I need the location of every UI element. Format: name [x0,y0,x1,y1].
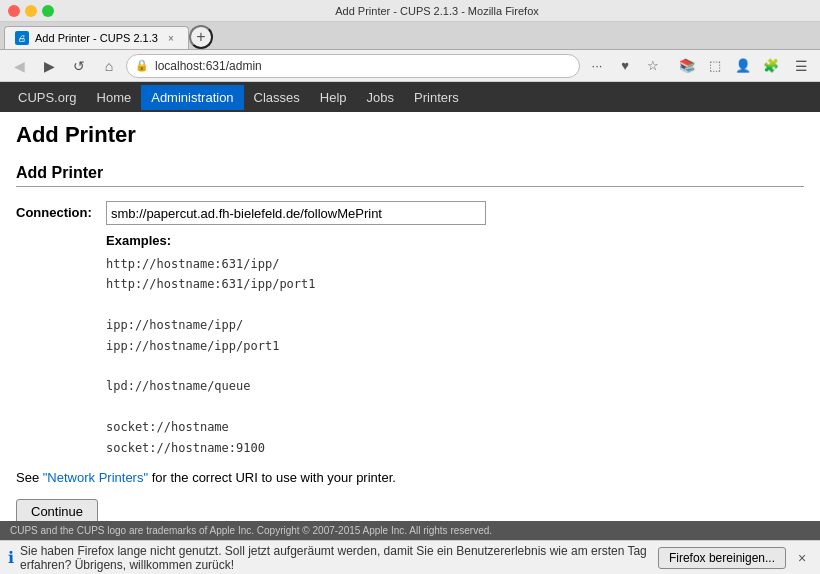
page-footer: CUPS and the CUPS logo are trademarks of… [0,521,820,540]
note-suffix: for the correct URI to use with your pri… [148,470,396,485]
tab-bar: 🖨 Add Printer - CUPS 2.1.3 × + [0,22,820,50]
library-button[interactable]: 📚 [674,53,700,79]
window-title: Add Printer - CUPS 2.1.3 - Mozilla Firef… [62,5,812,17]
active-tab[interactable]: 🖨 Add Printer - CUPS 2.1.3 × [4,26,189,49]
nav-item-help[interactable]: Help [310,85,357,110]
connection-label: Connection: [16,201,106,220]
new-tab-button[interactable]: + [189,25,213,49]
address-bar[interactable]: 🔒 localhost:631/admin [126,54,580,78]
maximize-button[interactable] [42,5,54,17]
notification-bar: ℹ Sie haben Firefox lange nicht genutzt.… [0,540,820,574]
notification-icon: ℹ [8,548,14,567]
back-button[interactable]: ◀ [6,53,32,79]
hamburger-menu-button[interactable]: ☰ [788,53,814,79]
network-printers-link[interactable]: "Network Printers" [43,470,148,485]
address-text: localhost:631/admin [155,59,262,73]
connection-input[interactable] [106,201,486,225]
extensions-button[interactable]: 🧩 [758,53,784,79]
examples-code: http://hostname:631/ipp/ http://hostname… [106,254,804,458]
tab-close-button[interactable]: × [164,31,178,45]
titlebar: Add Printer - CUPS 2.1.3 - Mozilla Firef… [0,0,820,22]
page-title: Add Printer [16,122,804,148]
notification-close-button[interactable]: × [792,548,812,568]
synced-tabs-button[interactable]: ⬚ [702,53,728,79]
example-line-2: http://hostname:631/ipp/port1 [106,274,804,294]
nav-actions: ··· ♥ ☆ [584,53,666,79]
example-line-1: http://hostname:631/ipp/ [106,254,804,274]
example-line-6: socket://hostname [106,417,804,437]
example-line-5: lpd://hostname/queue [106,376,804,396]
example-line-4: ipp://hostname/ipp/port1 [106,336,804,356]
reader-icon[interactable]: ♥ [612,53,638,79]
home-button[interactable]: ⌂ [96,53,122,79]
tab-label: Add Printer - CUPS 2.1.3 [35,32,158,44]
note-prefix: See [16,470,43,485]
nav-item-printers[interactable]: Printers [404,85,469,110]
forward-button[interactable]: ▶ [36,53,62,79]
example-line-3: ipp://hostname/ipp/ [106,315,804,335]
note-text: See "Network Printers" for the correct U… [16,470,804,485]
notification-text: Sie haben Firefox lange nicht genutzt. S… [20,544,652,572]
examples-label: Examples: [106,233,171,248]
nav-item-administration[interactable]: Administration [141,85,243,110]
nav-item-classes[interactable]: Classes [244,85,310,110]
toolbar-icons: 📚 ⬚ 👤 🧩 [674,53,784,79]
section-title: Add Printer [16,164,804,187]
main-content: Add Printer Add Printer Connection: Exam… [0,112,820,534]
bookmark-button[interactable]: ☆ [640,53,666,79]
close-button[interactable] [8,5,20,17]
account-button[interactable]: 👤 [730,53,756,79]
lock-icon: 🔒 [135,59,149,72]
example-line-7: socket://hostname:9100 [106,438,804,458]
examples-block: Examples: http://hostname:631/ipp/ http:… [106,233,804,458]
nav-item-cups-org[interactable]: CUPS.org [8,85,87,110]
cups-navigation: CUPS.org Home Administration Classes Hel… [0,82,820,112]
reload-button[interactable]: ↺ [66,53,92,79]
footer-text: CUPS and the CUPS logo are trademarks of… [10,525,492,536]
nav-item-home[interactable]: Home [87,85,142,110]
tab-favicon: 🖨 [15,31,29,45]
window-controls [8,5,54,17]
connection-row: Connection: [16,201,804,225]
dots-menu-button[interactable]: ··· [584,53,610,79]
minimize-button[interactable] [25,5,37,17]
navigation-bar: ◀ ▶ ↺ ⌂ 🔒 localhost:631/admin ··· ♥ ☆ 📚 … [0,50,820,82]
firefox-clean-button[interactable]: Firefox bereinigen... [658,547,786,569]
nav-item-jobs[interactable]: Jobs [357,85,404,110]
